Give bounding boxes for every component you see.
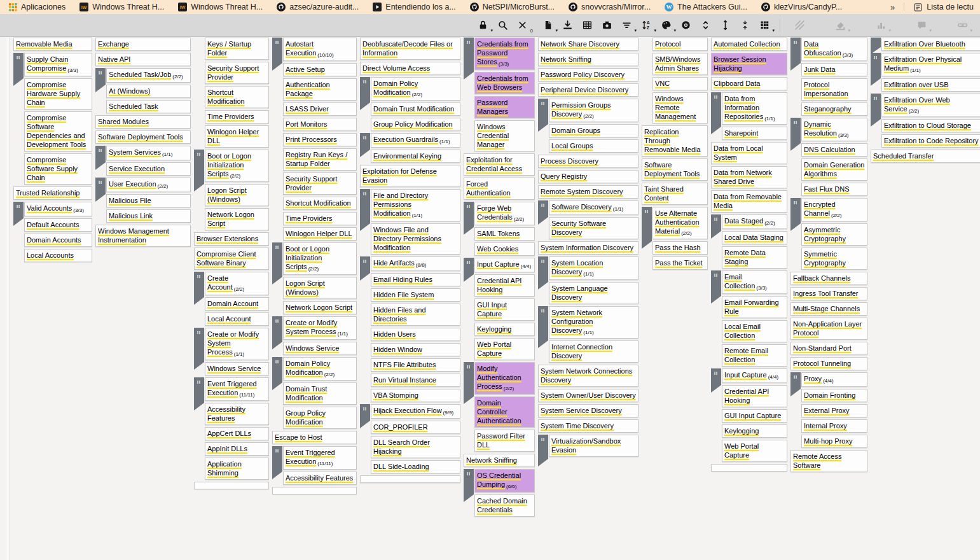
technique-cell[interactable]: External Proxy (801, 404, 867, 417)
technique-cell[interactable]: Data Obfuscation(3/3) (801, 38, 867, 61)
subtechniques-tab[interactable]: II (538, 306, 548, 348)
technique-cell[interactable]: Clipboard Data (711, 77, 787, 90)
technique-cell[interactable]: Domain Trust Modification (371, 102, 460, 116)
technique-cell[interactable]: Group Policy Modification (371, 118, 460, 131)
technique-cell[interactable]: Steganography (801, 102, 867, 116)
technique-cell[interactable]: Web Cookies (474, 242, 535, 256)
subtechniques-tab[interactable]: II (464, 362, 474, 404)
bookmark-item[interactable]: Entendiendo los a... (373, 3, 456, 11)
technique-cell[interactable]: Internal Proxy (801, 419, 867, 433)
technique-cell[interactable]: LSASS Driver (283, 102, 357, 116)
subtechniques-tab[interactable]: II (272, 357, 282, 390)
technique-cell[interactable]: Data from Information Repositories(1/1) (722, 92, 787, 125)
expand-subtechniques-button[interactable] (717, 17, 733, 34)
technique-cell[interactable]: VBA Stomping (371, 389, 460, 402)
technique-cell[interactable]: Windows Remote Management (652, 92, 708, 123)
technique-cell[interactable]: Winlogon Helper DLL (283, 227, 357, 241)
technique-cell[interactable]: Proxy(4/4) (801, 372, 867, 387)
technique-cell[interactable]: Group Policy Modification (283, 407, 357, 429)
technique-cell[interactable]: Protocol Impersonation (801, 78, 867, 101)
technique-cell[interactable]: Compromise Client Software Binary (194, 248, 269, 270)
subtechniques-tab[interactable]: II (272, 38, 282, 71)
bookmark-item[interactable]: snovvcrash/Mirror... (569, 3, 651, 11)
technique-cell[interactable]: Service Execution (106, 162, 191, 176)
technique-cell[interactable]: Use Alternate Authentication Material(2/… (652, 207, 708, 239)
technique-cell[interactable]: Time Providers (283, 212, 357, 225)
technique-cell[interactable]: Pass the Hash (652, 241, 708, 255)
technique-cell[interactable]: Email Collection(3/3) (722, 270, 787, 294)
technique-cell[interactable]: Multi-Stage Channels (790, 302, 867, 316)
technique-cell[interactable]: Forge Web Credentials(2/2) (474, 202, 535, 225)
technique-cell[interactable]: Hide Artifacts(8/8) (371, 256, 460, 271)
technique-cell[interactable]: Local Email Collection (722, 320, 787, 342)
technique-cell[interactable]: Browser Extensions (194, 232, 269, 246)
technique-cell[interactable]: Email Hiding Rules (371, 273, 460, 286)
subtechniques-tab[interactable]: II (194, 328, 204, 370)
technique-cell[interactable]: System Services(1/1) (106, 146, 191, 160)
technique-cell[interactable]: Password Policy Discovery (538, 68, 638, 81)
technique-cell[interactable]: Domain Trust Modification (283, 382, 357, 405)
technique-cell[interactable]: Sharepoint (722, 127, 787, 140)
technique-cell[interactable]: Automated Collection (711, 38, 787, 51)
technique-cell[interactable]: SMB/Windows Admin Shares (652, 53, 708, 75)
technique-cell[interactable]: Exfiltration Over Physical Medium(1/1) (881, 53, 980, 76)
technique-cell[interactable]: System Information Discovery (538, 241, 638, 255)
visibility-button[interactable] (678, 17, 693, 34)
technique-cell[interactable]: Shortcut Modification (283, 197, 357, 210)
technique-cell[interactable]: Removable Media (13, 38, 92, 51)
technique-cell[interactable]: Local Groups (549, 139, 638, 153)
technique-cell[interactable]: Protocol Tunneling (790, 357, 867, 370)
subtechniques-tab[interactable]: II (194, 377, 204, 410)
subtechniques-tab[interactable]: II (464, 469, 474, 502)
subtechniques-tab[interactable]: II (464, 38, 474, 80)
technique-cell[interactable]: Valid Accounts(3/3) (24, 202, 92, 216)
technique-cell[interactable]: Local Data Staging (722, 231, 787, 244)
technique-cell[interactable]: Data from Network Shared Drive (711, 166, 787, 188)
technique-cell[interactable]: Malicious Link (106, 209, 191, 223)
technique-cell[interactable]: Domain Policy Modification(2/2) (283, 357, 357, 381)
technique-cell[interactable]: Exchange (95, 38, 191, 51)
technique-cell[interactable]: Windows Service (205, 362, 269, 375)
technique-cell[interactable]: Domain Groups (549, 124, 638, 137)
lock-button[interactable]: ▾ (475, 17, 490, 34)
technique-cell[interactable]: Shortcut Modification (205, 86, 269, 108)
technique-cell[interactable]: Credentials from Web Browsers (474, 72, 535, 94)
technique-cell[interactable]: Create or Modify System Process(1/1) (283, 316, 357, 340)
deselect-button[interactable]: 0 (514, 17, 530, 34)
technique-cell[interactable]: Exploitation for Credential Access (464, 153, 535, 176)
technique-cell[interactable]: Default Accounts (24, 218, 92, 232)
technique-cell[interactable]: Direct Volume Access (360, 62, 460, 75)
bookmark-item[interactable]: Aplicaciones (9, 3, 66, 11)
subtechniques-tab[interactable]: II (95, 178, 106, 202)
technique-cell[interactable]: Internet Connection Discovery (549, 340, 638, 363)
camera-button[interactable] (599, 17, 614, 34)
technique-cell[interactable]: At (Windows) (106, 85, 191, 98)
technique-cell[interactable]: Credential API Hooking (722, 385, 787, 407)
technique-cell[interactable]: System Service Discovery (538, 404, 638, 417)
technique-cell[interactable]: DNS Calculation (801, 143, 867, 157)
bookmark-item[interactable]: IWWindows Threat H... (79, 3, 164, 11)
technique-cell[interactable]: Protocol (652, 38, 708, 51)
technique-cell[interactable]: Junk Data (801, 63, 867, 76)
technique-cell[interactable]: Network Sniffing (538, 53, 638, 66)
technique-cell[interactable]: Fast Flux DNS (801, 183, 867, 196)
technique-cell[interactable]: Credential API Hooking (474, 274, 535, 297)
technique-cell[interactable]: Local Accounts (24, 249, 92, 262)
subtechniques-tab[interactable]: II (790, 372, 801, 396)
technique-cell[interactable]: Run Virtual Instance (371, 374, 460, 387)
search-button[interactable] (495, 17, 510, 34)
technique-cell[interactable]: Input Capture(4/4) (474, 258, 535, 272)
technique-cell[interactable]: Password Managers (474, 96, 535, 118)
technique-cell[interactable]: Hidden Files and Directories (371, 304, 460, 326)
technique-cell[interactable]: Time Providers (205, 110, 269, 123)
subtechniques-tab[interactable]: II (360, 256, 370, 281)
technique-cell[interactable]: Symmetric Cryptography (801, 248, 867, 270)
technique-cell[interactable]: Ingress Tool Transfer (790, 287, 867, 300)
technique-cell[interactable]: COR_PROFILER (371, 421, 460, 434)
technique-cell[interactable]: Peripheral Device Discovery (538, 83, 638, 97)
technique-cell[interactable]: Credentials from Password Stores(3/3) (474, 38, 535, 70)
technique-cell[interactable]: Compromise Hardware Supply Chain (24, 78, 92, 109)
technique-cell[interactable]: Encrypted Channel(2/2) (801, 198, 867, 221)
technique-cell[interactable]: Domain Policy Modification(2/2) (371, 77, 460, 101)
technique-cell[interactable]: NTFS File Attributes (371, 358, 460, 372)
